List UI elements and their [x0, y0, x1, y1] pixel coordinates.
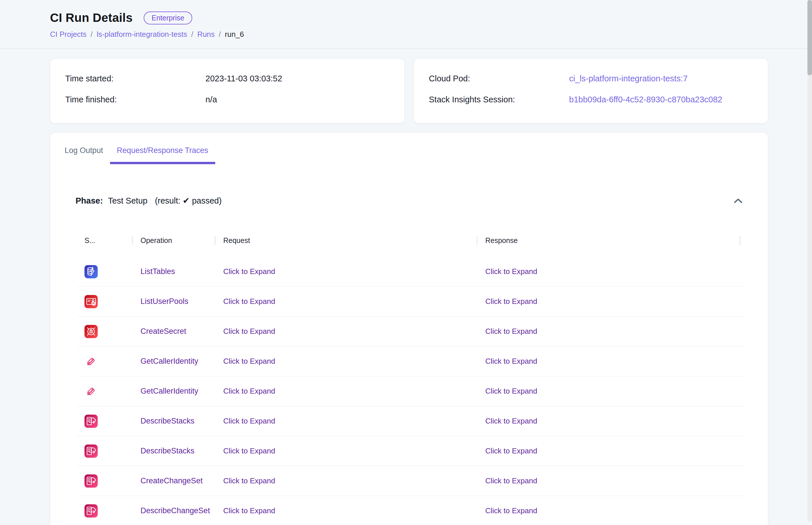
- time-started-label: Time started:: [65, 74, 205, 84]
- column-header-status: S...: [77, 236, 132, 245]
- request-expand-link[interactable]: Click to Expand: [223, 476, 275, 485]
- request-expand-link[interactable]: Click to Expand: [223, 417, 275, 425]
- breadcrumb-item-ci-projects[interactable]: CI Projects: [50, 30, 87, 39]
- enterprise-badge: Enterprise: [144, 12, 192, 25]
- tab-bar: Log Output Request/Response Traces: [50, 133, 768, 164]
- breadcrumb-separator: /: [191, 30, 193, 39]
- table-row: DescribeStacks Click to Expand Click to …: [77, 406, 744, 436]
- run-links-card: Cloud Pod: ci_ls-platform-integration-te…: [414, 59, 768, 123]
- cloud-pod-link[interactable]: ci_ls-platform-integration-tests:7: [569, 74, 688, 84]
- cloudformation-service-icon: [84, 475, 98, 487]
- response-expand-link[interactable]: Click to Expand: [485, 327, 537, 335]
- phase-label: Phase:: [76, 196, 103, 206]
- info-cards-row: Time started: 2023-11-03 03:03:52 Time f…: [50, 59, 768, 123]
- response-expand-link[interactable]: Click to Expand: [485, 387, 537, 395]
- breadcrumb-item-run-6: run_6: [225, 30, 244, 39]
- operation-label: CreateChangeSet: [141, 476, 203, 485]
- page-header: CI Run Details Enterprise CI Projects/ls…: [0, 0, 812, 49]
- table-row: CreateSecret Click to Expand Click to Ex…: [77, 317, 744, 346]
- table-row: ListUserPools Click to Expand Click to E…: [77, 287, 744, 317]
- response-expand-link[interactable]: Click to Expand: [485, 357, 537, 365]
- trace-table-header: S... Operation Request Response: [77, 236, 744, 245]
- sts-service-icon: [84, 355, 98, 368]
- request-expand-link[interactable]: Click to Expand: [223, 267, 275, 276]
- operation-label: DescribeStacks: [141, 417, 194, 425]
- table-row: DescribeStacks Click to Expand Click to …: [77, 436, 744, 466]
- breadcrumb: CI Projects/ls-platform-integration-test…: [50, 30, 812, 39]
- operation-label: ListTables: [141, 267, 175, 276]
- cloudformation-service-icon: [84, 445, 98, 458]
- tab-log-output[interactable]: Log Output: [58, 146, 110, 164]
- tab-request-response-traces[interactable]: Request/Response Traces: [110, 146, 215, 164]
- request-expand-link[interactable]: Click to Expand: [223, 297, 275, 306]
- page-scrollbar-track[interactable]: [808, 0, 812, 522]
- dynamodb-service-icon: [84, 265, 98, 278]
- traces-card: Log Output Request/Response Traces Phase…: [50, 133, 768, 525]
- phase-name: Test Setup: [108, 196, 147, 206]
- phase-header: Phase: Test Setup (result: ✔ passed): [50, 196, 768, 206]
- response-expand-link[interactable]: Click to Expand: [485, 267, 537, 276]
- table-row: ListTables Click to Expand Click to Expa…: [77, 257, 744, 287]
- table-row: DescribeChangeSet Click to Expand Click …: [77, 496, 744, 525]
- cloud-pod-label: Cloud Pod:: [429, 74, 569, 84]
- table-row: GetCallerIdentity Click to Expand Click …: [77, 376, 744, 406]
- column-header-operation: Operation: [132, 236, 215, 245]
- request-expand-link[interactable]: Click to Expand: [223, 327, 275, 335]
- cloudformation-service-icon: [84, 504, 98, 518]
- stack-insights-link[interactable]: b1bb09da-6ff0-4c52-8930-c870ba23c082: [569, 95, 722, 104]
- response-expand-link[interactable]: Click to Expand: [485, 447, 537, 455]
- time-started-value: 2023-11-03 03:03:52: [205, 74, 282, 84]
- phase-result: (result: ✔ passed): [155, 196, 221, 206]
- request-expand-link[interactable]: Click to Expand: [223, 387, 275, 395]
- response-expand-link[interactable]: Click to Expand: [485, 506, 537, 515]
- page-title: CI Run Details: [50, 11, 133, 25]
- trace-table: S... Operation Request Response ListTabl…: [77, 236, 744, 525]
- breadcrumb-separator: /: [91, 30, 93, 39]
- cloudformation-service-icon: [84, 415, 98, 428]
- cognito-service-icon: [84, 295, 98, 308]
- time-finished-label: Time finished:: [65, 95, 205, 104]
- secretsmanager-service-icon: [84, 325, 98, 338]
- table-row: CreateChangeSet Click to Expand Click to…: [77, 466, 744, 496]
- breadcrumb-item-ls-platform-integration-tests[interactable]: ls-platform-integration-tests: [96, 30, 187, 39]
- phase-collapse-button[interactable]: [732, 196, 745, 205]
- run-times-card: Time started: 2023-11-03 03:03:52 Time f…: [50, 59, 405, 123]
- operation-label: GetCallerIdentity: [141, 357, 198, 365]
- operation-label: CreateSecret: [141, 327, 186, 335]
- operation-label: GetCallerIdentity: [141, 387, 198, 395]
- request-expand-link[interactable]: Click to Expand: [223, 447, 275, 455]
- breadcrumb-separator: /: [219, 30, 221, 39]
- operation-label: DescribeStacks: [141, 447, 194, 455]
- operation-label: DescribeChangeSet: [141, 506, 210, 515]
- response-expand-link[interactable]: Click to Expand: [485, 417, 537, 425]
- chevron-up-icon: [734, 200, 743, 205]
- trace-table-body: ListTables Click to Expand Click to Expa…: [77, 257, 744, 525]
- column-header-request: Request: [215, 236, 477, 245]
- page-scrollbar-thumb[interactable]: [808, 0, 812, 75]
- request-expand-link[interactable]: Click to Expand: [223, 357, 275, 365]
- column-header-response: Response: [477, 236, 739, 245]
- sts-service-icon: [84, 385, 98, 398]
- column-header-spacer: [739, 236, 748, 245]
- table-row: GetCallerIdentity Click to Expand Click …: [77, 346, 744, 376]
- breadcrumb-item-runs[interactable]: Runs: [198, 30, 215, 39]
- operation-label: ListUserPools: [141, 297, 188, 306]
- response-expand-link[interactable]: Click to Expand: [485, 476, 537, 485]
- response-expand-link[interactable]: Click to Expand: [485, 297, 537, 306]
- request-expand-link[interactable]: Click to Expand: [223, 506, 275, 515]
- time-finished-value: n/a: [205, 95, 217, 104]
- stack-insights-label: Stack Insights Session:: [429, 95, 569, 104]
